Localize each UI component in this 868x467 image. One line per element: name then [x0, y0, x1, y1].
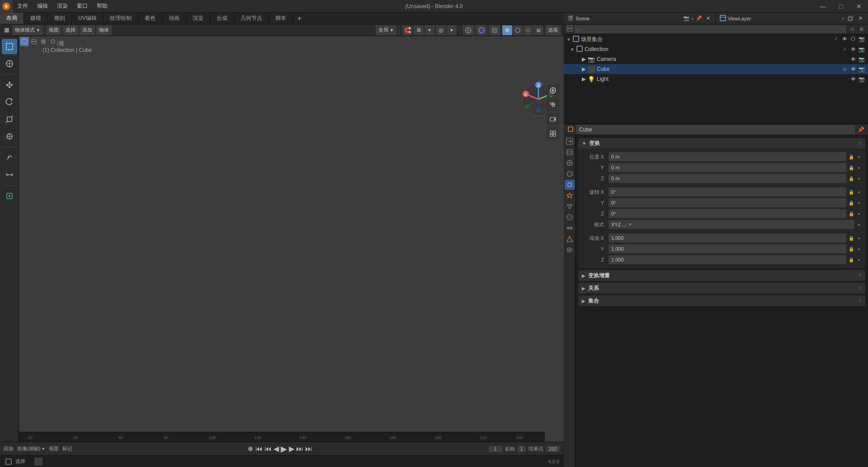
rotation-x-lock[interactable]: 🔒	[848, 190, 854, 195]
collection-render[interactable]: 📷	[858, 47, 865, 52]
location-y-dot[interactable]: ●	[856, 166, 862, 170]
tab-scripting[interactable]: 脚本	[269, 13, 293, 24]
snap-grid-icon[interactable]: ⊞	[414, 25, 424, 35]
cube-eye[interactable]: 👁	[849, 66, 857, 72]
tab-uv-editing[interactable]: UV编辑	[72, 13, 104, 24]
rotation-y-dot[interactable]: ●	[856, 201, 862, 205]
current-frame[interactable]: 1	[489, 446, 502, 452]
output-properties-icon[interactable]	[565, 136, 575, 146]
material-mode-btn[interactable]	[513, 25, 523, 35]
render-mode-btn[interactable]	[523, 25, 533, 35]
particles-properties-icon[interactable]	[565, 201, 575, 211]
annotate-tool[interactable]	[2, 150, 17, 165]
prev-frame-button[interactable]: ◀	[274, 444, 279, 453]
location-x-lock[interactable]: 🔒	[848, 154, 854, 159]
menu-file[interactable]: 文件	[13, 0, 33, 12]
scale-y-dot[interactable]: ●	[856, 247, 862, 251]
snap-dropdown[interactable]: ▼	[425, 25, 434, 35]
scale-tool[interactable]	[2, 112, 17, 127]
object-data-properties-icon[interactable]	[565, 234, 575, 244]
prev-keyframe-button[interactable]: ⏮	[264, 445, 272, 453]
tab-modeling[interactable]: 建模	[24, 13, 48, 24]
location-x-dot[interactable]: ●	[856, 155, 862, 159]
render-mode2-btn[interactable]: ▤	[533, 25, 543, 35]
viewport-3d[interactable]: 用户透视 (1) Collection | Cube Z Y X	[19, 36, 564, 442]
jump-end-button[interactable]: ⏭	[305, 445, 312, 453]
pin-object-button[interactable]: 📌	[858, 126, 864, 133]
scale-z-lock[interactable]: 🔒	[848, 257, 854, 262]
light-render[interactable]: 📷	[858, 76, 865, 82]
camera-eye[interactable]: 👁	[849, 56, 857, 62]
rotation-x-dot[interactable]: ●	[856, 190, 862, 194]
location-y-field[interactable]: 0 m	[609, 163, 846, 172]
maximize-button[interactable]: □	[832, 0, 850, 13]
cube-render[interactable]: 📷	[858, 66, 865, 72]
view-menu[interactable]: 视图	[46, 25, 61, 35]
viewport-overlays-icon[interactable]	[476, 25, 487, 35]
jump-start-button[interactable]: ⏮	[255, 445, 263, 453]
cursor-tool[interactable]	[2, 56, 17, 71]
hand-tool-button[interactable]	[547, 98, 559, 111]
xray-toggle[interactable]	[489, 25, 500, 35]
location-y-lock[interactable]: 🔒	[848, 165, 854, 170]
menu-render[interactable]: 渲染	[52, 0, 72, 12]
snapping-icon[interactable]: 🧲	[402, 25, 412, 35]
filter-button[interactable]: ⊙	[848, 25, 856, 33]
material-properties-icon[interactable]	[565, 245, 575, 255]
camera-view-button[interactable]	[547, 113, 559, 126]
scale-x-field[interactable]: 1.000	[609, 234, 846, 243]
zoom-in-button[interactable]	[547, 84, 559, 97]
rotation-mode-dropdown[interactable]: XYZ ... ▼	[609, 220, 854, 229]
menu-window[interactable]: 窗口	[72, 0, 92, 12]
world-properties-icon[interactable]	[565, 169, 575, 179]
rotation-z-field[interactable]: 0°	[609, 209, 846, 218]
outliner-search-input[interactable]	[575, 25, 846, 33]
marker-menu[interactable]: 标记	[62, 445, 72, 452]
select-box-tool[interactable]	[2, 39, 17, 54]
select-mode-vertex[interactable]	[20, 37, 29, 46]
viewlayer-copy-button[interactable]	[846, 14, 854, 23]
add-menu[interactable]: 添加	[80, 25, 95, 35]
tab-sculpting[interactable]: 雕刻	[48, 13, 72, 24]
constraints-properties-icon[interactable]	[565, 223, 575, 233]
tab-rendering[interactable]: 渲染	[186, 13, 210, 24]
light-eye[interactable]: 👁	[849, 76, 857, 82]
tab-geometry-nodes[interactable]: 几何节点	[234, 13, 269, 24]
collection-checkbox[interactable]: ✓	[841, 47, 848, 52]
relations-header[interactable]: ▶ 关系 ⠿	[578, 283, 865, 294]
next-frame-button[interactable]: ▶	[289, 444, 294, 453]
move-tool[interactable]	[2, 77, 17, 93]
select-mode-face[interactable]	[39, 37, 48, 46]
view-menu-timeline[interactable]: 视图	[49, 445, 59, 452]
tab-texture-paint[interactable]: 纹理绘制	[104, 13, 138, 24]
scene-collection-item[interactable]: ▼ 场景集合 ✓ 👁 📷	[564, 34, 868, 44]
physics-properties-icon[interactable]	[565, 212, 575, 222]
minimize-button[interactable]: —	[814, 0, 832, 13]
tab-layout[interactable]: 布局	[0, 13, 24, 24]
scene-collection-checkbox[interactable]: ✓	[832, 36, 840, 42]
solid-mode-btn[interactable]	[502, 25, 512, 35]
grid-view-button[interactable]	[547, 127, 559, 140]
scene-collection-camera[interactable]	[849, 36, 857, 42]
end-frame[interactable]: 250	[546, 446, 560, 452]
scene-collection-eye[interactable]: 👁	[841, 36, 848, 42]
add-workspace-button[interactable]: +	[293, 14, 306, 23]
transform-tool[interactable]	[2, 129, 17, 144]
tab-animation[interactable]: 动画	[162, 13, 186, 24]
menu-edit[interactable]: 编辑	[33, 0, 52, 12]
camera-render[interactable]: 📷	[858, 56, 865, 62]
view-layer-properties-icon[interactable]	[565, 147, 575, 157]
location-x-field[interactable]: 0 m	[609, 152, 846, 161]
close-button[interactable]: ✕	[850, 0, 868, 13]
scale-y-lock[interactable]: 🔒	[848, 247, 854, 252]
new-scene-button[interactable]: +	[691, 16, 694, 21]
outliner-filter-button[interactable]: ⊞	[857, 25, 865, 33]
modifier-properties-icon[interactable]	[565, 191, 575, 201]
collection-item[interactable]: ▼ Collection ✓ 👁 📷	[564, 44, 868, 54]
global-transform[interactable]: 全局▼	[376, 25, 396, 35]
location-z-lock[interactable]: 🔒	[848, 176, 854, 181]
cube-item[interactable]: ▶ ▶ ⬛ Cube ⊙ 👁 📷	[564, 64, 868, 74]
light-item[interactable]: ▶ ▶ 💡 Light 👁 📷	[564, 74, 868, 84]
scale-x-lock[interactable]: 🔒	[848, 236, 854, 241]
keying-menu[interactable]: 抓像(插帧)▼	[17, 445, 45, 452]
